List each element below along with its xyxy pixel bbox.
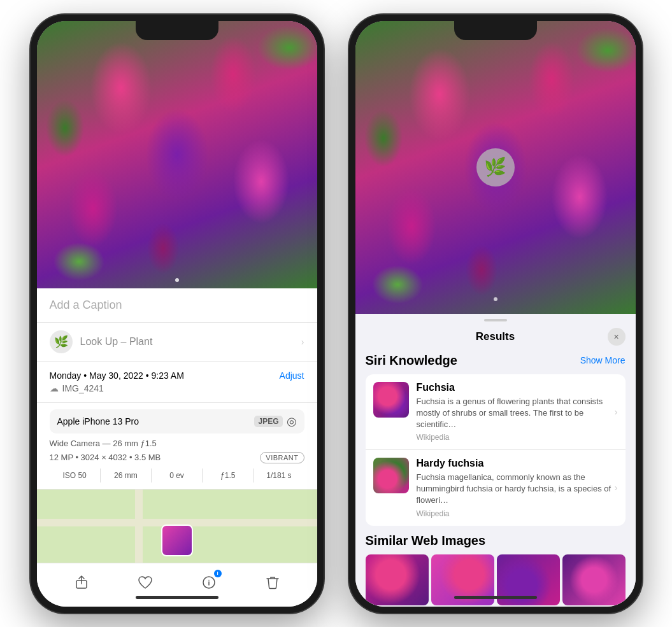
hardy-fuchsia-source: Wikipedia [417,509,618,518]
camera-model: Apple iPhone 13 Pro [57,416,139,426]
results-header: Results × [355,324,636,353]
exif-focal: 26 mm [101,468,152,483]
phone-2: 🌿 Results × Siri Knowledge Show Mo [349,15,642,613]
similar-web-images-section: Similar Web Images [366,533,626,605]
phone-1: Add a Caption 🌿 Look Up – Plant › Monday… [31,15,324,613]
home-indicator-2 [454,596,537,599]
phone-2-screen: 🌿 Results × Siri Knowledge Show Mo [355,21,636,607]
info-button[interactable]: i [197,571,220,594]
hardy-fuchsia-desc: Fuchsia magellanica, commonly known as t… [417,472,618,507]
lookup-label: Look Up – Plant [80,336,153,348]
fuchsia-name: Fuchsia [417,382,618,393]
notch-2 [454,21,537,40]
meta-section: Monday • May 30, 2022 • 9:23 AM Adjust ☁… [37,362,317,403]
jpeg-badge: JPEG [254,416,282,427]
location-icon: ◎ [287,414,297,428]
camera-lens: Wide Camera — 26 mm ƒ1.5 [50,439,304,448]
lookup-row[interactable]: 🌿 Look Up – Plant › [37,323,317,362]
map-photo-thumb [161,525,193,556]
svg-point-2 [208,579,210,581]
exif-aperture: ƒ1.5 [203,468,254,483]
favorite-button[interactable] [134,571,157,594]
photo-image-2: 🌿 [355,21,636,314]
bottom-toolbar: i [37,563,317,607]
delete-button[interactable] [261,571,284,594]
cloud-icon: ☁ [50,383,59,393]
photo-image [37,21,317,288]
filename-row: ☁ IMG_4241 [50,383,304,393]
knowledge-item-fuchsia[interactable]: Fuchsia Fuchsia is a genus of flowering … [366,374,626,451]
dot-indicator [494,297,497,301]
notch-1 [136,21,218,40]
home-indicator [136,596,218,599]
results-title: Results [383,330,608,343]
fuchsia-chevron: › [615,407,618,417]
hardy-fuchsia-thumb [373,458,409,493]
show-more-button[interactable]: Show More [580,355,626,365]
drag-handle[interactable] [355,314,636,324]
hardy-fuchsia-chevron: › [615,483,618,493]
visual-search-button[interactable]: 🌿 [476,148,515,187]
camera-model-row: Apple iPhone 13 Pro JPEG ◎ [50,409,304,433]
similar-image-4[interactable] [562,554,626,605]
fuchsia-source: Wikipedia [417,433,618,442]
close-button[interactable]: × [608,328,626,346]
photo-date: Monday • May 30, 2022 • 9:23 AM [50,370,184,381]
exif-shutter: 1/181 s [254,468,304,483]
results-content: Siri Knowledge Show More Fuchsia Fuchsia… [355,353,636,607]
exif-row: ISO 50 26 mm 0 ev ƒ1.5 1/181 s [50,468,304,483]
exif-iso: ISO 50 [50,468,101,483]
similar-web-images-title: Similar Web Images [366,533,626,548]
fuchsia-desc: Fuchsia is a genus of flowering plants t… [417,396,618,431]
knowledge-card: Fuchsia Fuchsia is a genus of flowering … [366,374,626,526]
map-section [37,490,317,563]
fuchsia-info: Fuchsia Fuchsia is a genus of flowering … [417,382,618,442]
exif-ev: 0 ev [152,468,203,483]
photo-dot [175,278,179,282]
caption-area[interactable]: Add a Caption [37,288,317,323]
camera-section: Apple iPhone 13 Pro JPEG ◎ Wide Camera —… [37,403,317,490]
results-panel: Results × Siri Knowledge Show More [355,314,636,607]
share-button[interactable] [70,571,93,594]
siri-knowledge-title: Siri Knowledge [366,353,457,368]
visual-lookup-icon: 🌿 [50,330,73,353]
filename: IMG_4241 [62,383,104,393]
mp-info: 12 MP • 3024 × 4032 • 3.5 MB [50,453,161,462]
adjust-button[interactable]: Adjust [280,370,304,381]
fuchsia-thumb [373,382,409,418]
caption-placeholder[interactable]: Add a Caption [50,299,122,311]
similar-image-1[interactable] [366,554,429,605]
hardy-fuchsia-name: Hardy fuchsia [417,458,618,469]
knowledge-item-hardy-fuchsia[interactable]: Hardy fuchsia Fuchsia magellanica, commo… [366,450,626,526]
siri-knowledge-header: Siri Knowledge Show More [366,353,626,368]
lookup-chevron: › [301,337,304,347]
vibrant-badge: VIBRANT [260,452,304,463]
phone-1-screen: Add a Caption 🌿 Look Up – Plant › Monday… [37,21,317,607]
hardy-fuchsia-info: Hardy fuchsia Fuchsia magellanica, commo… [417,458,618,518]
